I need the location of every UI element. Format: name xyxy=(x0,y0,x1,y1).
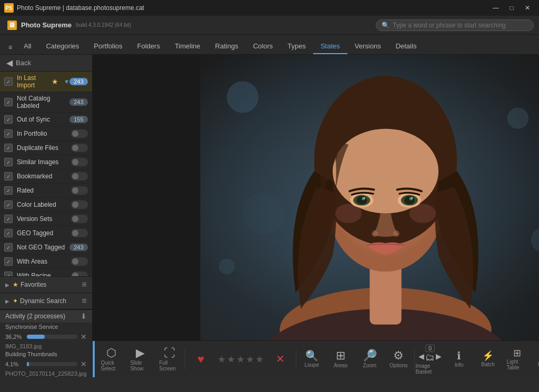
tab-details[interactable]: Details xyxy=(388,39,424,54)
activity-bar: Activity (2 processes) ⬇ Synchronise Ser… xyxy=(0,309,92,377)
state-checkbox[interactable]: ✓ xyxy=(4,129,13,138)
dynamic-search-panel[interactable]: ▶ ✦ Dynamic Search ≡ xyxy=(0,293,92,309)
state-checkbox[interactable]: ✓ xyxy=(4,144,13,152)
minimize-button[interactable]: — xyxy=(488,2,503,14)
zoom-tool[interactable]: 🔎 Zoom xyxy=(355,348,384,370)
reject-tool[interactable]: ✕ xyxy=(266,351,295,367)
flag-icon: ★ xyxy=(52,77,58,86)
state-toggle[interactable] xyxy=(71,257,88,266)
state-toggle[interactable] xyxy=(71,186,88,195)
state-checkbox[interactable]: ✓ xyxy=(4,243,13,252)
search-box[interactable]: 🔍 xyxy=(376,19,534,31)
dynamic-search-label: Dynamic Search xyxy=(20,297,82,305)
tab-types[interactable]: Types xyxy=(280,39,313,54)
state-label: Duplicate Files xyxy=(17,144,71,152)
state-item-out-of-sync[interactable]: ✓ Out of Sync 155 xyxy=(0,113,92,127)
image-basket-tool[interactable]: 0 ◀ 🗂 ▶ Image Basket xyxy=(416,344,445,375)
state-toggle[interactable] xyxy=(71,200,88,209)
progress-close-icon-2[interactable]: ✕ xyxy=(81,360,87,368)
hamburger-menu[interactable]: ≡ xyxy=(4,41,16,54)
light-table-tool[interactable]: ⊞ Light Table xyxy=(503,346,532,373)
star-1[interactable]: ★ xyxy=(217,354,226,365)
heart-tool[interactable]: ♥ xyxy=(186,350,215,368)
state-checkbox[interactable]: ✓ xyxy=(4,115,13,124)
full-screen-tool[interactable]: ⛶ Full Screen xyxy=(155,345,184,374)
state-item-similar-images[interactable]: ✓ Similar Images xyxy=(0,155,92,169)
tab-all[interactable]: All xyxy=(16,39,38,54)
tab-folders[interactable]: Folders xyxy=(130,39,167,54)
header-logo: 🖼 xyxy=(7,21,17,30)
state-item-in-portfolio[interactable]: ✓ In Portfolio xyxy=(0,127,92,141)
state-badge: 243 xyxy=(69,244,87,251)
close-button[interactable]: ✕ xyxy=(520,2,535,14)
state-toggle[interactable] xyxy=(71,144,88,152)
star-3[interactable]: ★ xyxy=(236,354,245,365)
tab-portfolios[interactable]: Portfolios xyxy=(86,39,129,54)
svg-point-6 xyxy=(243,192,285,234)
state-checkbox[interactable]: ✓ xyxy=(4,257,13,266)
activity-download-icon[interactable]: ⬇ xyxy=(81,312,87,320)
state-checkbox[interactable]: ✓ xyxy=(4,172,13,180)
state-toggle[interactable] xyxy=(71,158,88,166)
state-toggle[interactable] xyxy=(71,172,88,180)
quick-select-tool[interactable]: ⬡ Quick Select xyxy=(97,345,126,374)
areas-label: Areas xyxy=(334,363,347,368)
state-toggle[interactable] xyxy=(71,215,88,223)
state-checkbox[interactable]: ✓ xyxy=(4,98,13,106)
state-checkbox[interactable]: ✓ xyxy=(4,158,13,166)
progress-close-icon-1[interactable]: ✕ xyxy=(81,333,87,341)
state-badge: 243 xyxy=(69,98,87,106)
state-checkbox[interactable]: ✓ xyxy=(4,77,13,86)
tab-colors[interactable]: Colors xyxy=(246,39,281,54)
star-5[interactable]: ★ xyxy=(255,354,264,365)
slide-show-tool[interactable]: ▶ Slide Show xyxy=(126,345,155,374)
light-table-icon: ⊞ xyxy=(513,348,521,358)
state-checkbox[interactable]: ✓ xyxy=(4,186,13,195)
state-item-with-recipe[interactable]: ✓ With Recipe xyxy=(0,269,92,276)
state-checkbox[interactable]: ✓ xyxy=(4,272,13,276)
state-checkbox[interactable]: ✓ xyxy=(4,229,13,237)
star-2[interactable]: ★ xyxy=(227,354,235,365)
progress-pct-1: 36,2% xyxy=(5,334,24,340)
state-checkbox[interactable]: ✓ xyxy=(4,215,13,223)
maximize-button[interactable]: □ xyxy=(504,2,519,14)
options-tool[interactable]: ⚙ Options xyxy=(384,348,413,370)
state-item-not-geo-tagged[interactable]: ✓ Not GEO Tagged 243 xyxy=(0,240,92,255)
state-item-bookmarked[interactable]: ✓ Bookmarked xyxy=(0,169,92,184)
state-toggle[interactable] xyxy=(71,129,88,138)
search-input[interactable] xyxy=(393,22,528,29)
state-item-version-sets[interactable]: ✓ Version Sets xyxy=(0,212,92,226)
state-item-with-areas[interactable]: ✓ With Areas xyxy=(0,255,92,269)
state-item-duplicate-files[interactable]: ✓ Duplicate Files xyxy=(0,141,92,155)
info-label: Info xyxy=(455,362,464,368)
info-tool[interactable]: ℹ Info xyxy=(445,348,474,370)
state-item-in-last-import[interactable]: ✓ In Last Import ★ ▼ 243 xyxy=(0,72,92,92)
state-toggle[interactable] xyxy=(71,229,88,237)
title-bar-left: PS Photo Supreme | database.photosupreme… xyxy=(4,3,144,13)
svg-point-13 xyxy=(332,129,438,214)
areas-tool[interactable]: ⊞ Areas xyxy=(326,348,355,370)
loupe-tool[interactable]: 🔍 Loupe xyxy=(297,348,326,370)
tab-ratings[interactable]: Ratings xyxy=(208,39,246,54)
tab-versions[interactable]: Versions xyxy=(347,39,388,54)
favorites-panel[interactable]: ▶ ★ Favorites ≡ xyxy=(0,277,92,293)
tab-states[interactable]: States xyxy=(313,39,347,54)
state-toggle[interactable] xyxy=(71,272,88,276)
panel-menu-icon[interactable]: ≡ xyxy=(82,280,86,289)
star-4[interactable]: ★ xyxy=(246,354,254,365)
svg-point-25 xyxy=(393,230,399,237)
batch-tool[interactable]: ⚡ Batch xyxy=(474,349,503,369)
panel-menu-icon[interactable]: ≡ xyxy=(82,296,86,306)
tab-categories[interactable]: Categories xyxy=(38,39,86,54)
back-label: Back xyxy=(16,59,31,67)
favorites-star-icon: ★ xyxy=(13,281,18,288)
state-item-rated[interactable]: ✓ Rated xyxy=(0,184,92,198)
tab-timeline[interactable]: Timeline xyxy=(167,39,208,54)
state-checkbox[interactable]: ✓ xyxy=(4,200,13,209)
details-tool[interactable]: 📋 Details xyxy=(532,349,539,369)
back-button[interactable]: ◀ Back xyxy=(0,55,92,72)
state-item-color-labeled[interactable]: ✓ Color Labeled xyxy=(0,198,92,212)
state-item-geo-tagged[interactable]: ✓ GEO Tagged xyxy=(0,226,92,240)
state-item-not-catalog-labeled[interactable]: ✓ Not Catalog Labeled 243 xyxy=(0,92,92,113)
zoom-icon: 🔎 xyxy=(363,350,377,361)
